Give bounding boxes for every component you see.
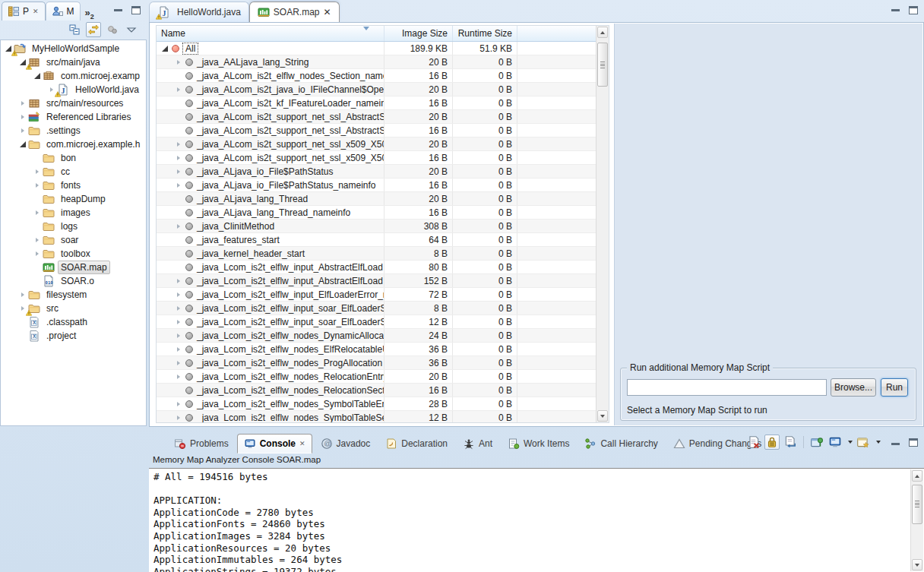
- tree-item-heapdump[interactable]: heapDump: [1, 192, 146, 206]
- table-row[interactable]: _java_kernel_header_start8 B0 B: [157, 247, 596, 261]
- minimize-icon[interactable]: [891, 8, 900, 11]
- tree-item-myhelloworldsample[interactable]: MyHelloWorldSample: [1, 42, 146, 55]
- column-header-image-size[interactable]: Image Size: [384, 26, 453, 41]
- tree-item-soar[interactable]: soar: [1, 233, 146, 247]
- table-row[interactable]: _java_Lcom_is2t_elflw_input_soar_ElfLoad…: [157, 315, 596, 329]
- collapse-arrow-icon[interactable]: [33, 73, 42, 79]
- table-row[interactable]: _java_Lcom_is2t_elflw_nodes_DynamicAlloc…: [157, 329, 596, 343]
- console-tab-javadoc[interactable]: @Javadoc: [314, 434, 378, 453]
- console-tab-console[interactable]: Console✕: [237, 434, 312, 453]
- tree-item-src[interactable]: src: [1, 302, 146, 315]
- table-row[interactable]: _java_Lcom_is2t_elflw_input_AbstractElfL…: [157, 274, 596, 288]
- table-scrollbar[interactable]: [596, 26, 609, 422]
- collapse-arrow-icon[interactable]: [18, 141, 27, 147]
- table-row[interactable]: _java_ALcom_is2t_support_net_ssl_Abstrac…: [157, 110, 596, 124]
- collapse-arrow-icon[interactable]: [160, 46, 170, 52]
- tree-item-bon[interactable]: bon: [1, 151, 146, 165]
- pin-console-icon[interactable]: [809, 435, 824, 450]
- expand-arrow-icon[interactable]: [33, 183, 42, 188]
- expand-arrow-icon[interactable]: [173, 142, 184, 147]
- expand-arrow-icon[interactable]: [18, 128, 27, 133]
- console-tab-problems[interactable]: Problems: [167, 434, 236, 453]
- table-row[interactable]: _java_ALcom_is2t_elflw_nodes_Section_nam…: [157, 69, 596, 83]
- sort-indicator-icon[interactable]: [363, 27, 369, 30]
- table-row[interactable]: _java_Lcom_is2t_elflw_nodes_ElfRelocatab…: [157, 343, 596, 356]
- table-row[interactable]: _java_ALjava_lang_Thread20 B0 B: [157, 192, 596, 206]
- table-row[interactable]: _java_Lcom_is2t_elflw_nodes_SymbolTableS…: [157, 411, 596, 422]
- tree-item-referenced-libraries[interactable]: Referenced Libraries: [1, 110, 146, 124]
- minimize-icon[interactable]: [114, 8, 122, 11]
- scroll-down-icon[interactable]: [912, 559, 922, 570]
- expand-arrow-icon[interactable]: [173, 156, 184, 160]
- expand-arrow-icon[interactable]: [173, 60, 184, 65]
- table-row[interactable]: _java_Lcom_is2t_elflw_nodes_RelocationEn…: [157, 370, 596, 384]
- table-row[interactable]: _java_ALjava_io_File$PathStatus_nameinfo…: [157, 179, 596, 192]
- expand-arrow-icon[interactable]: [173, 183, 184, 188]
- expand-arrow-icon[interactable]: [173, 320, 184, 324]
- show-on-output-icon[interactable]: [783, 435, 798, 450]
- tree-item-com-microej-examp[interactable]: com.microej.examp: [1, 69, 146, 83]
- chevron-down-icon[interactable]: [848, 441, 853, 444]
- browse-button[interactable]: Browse...: [831, 378, 876, 397]
- script-path-input[interactable]: [627, 379, 827, 396]
- close-console-icon[interactable]: ✕: [299, 440, 305, 447]
- clear-console-icon[interactable]: [746, 435, 761, 450]
- tree-item-com-microej-example-h[interactable]: com.microej.example.h: [1, 137, 146, 151]
- console-tab-work-items[interactable]: Work Items: [501, 434, 576, 453]
- expand-arrow-icon[interactable]: [173, 347, 184, 352]
- expand-arrow-icon[interactable]: [18, 115, 27, 119]
- table-row[interactable]: _java_Lcom_is2t_elflw_input_AbstractElfL…: [157, 261, 596, 274]
- scrollbar-thumb[interactable]: [597, 43, 608, 87]
- scroll-up-icon[interactable]: [597, 27, 608, 38]
- expand-arrow-icon[interactable]: [173, 87, 184, 92]
- expand-arrow-icon[interactable]: [173, 169, 184, 174]
- display-console-icon[interactable]: [827, 435, 843, 450]
- open-console-icon[interactable]: [856, 435, 871, 450]
- table-row[interactable]: _java_features_start64 B0 B: [157, 233, 596, 247]
- tree-item-src-main-java[interactable]: src/main/java: [1, 55, 146, 69]
- minimize-icon[interactable]: [891, 441, 900, 445]
- table-row[interactable]: _java_Lcom_is2t_elflw_nodes_SymbolTableE…: [157, 397, 596, 411]
- tree-item-toolbox[interactable]: toolbox: [1, 247, 146, 261]
- run-button[interactable]: Run: [881, 378, 908, 397]
- table-row[interactable]: _java_ALcom_is2t_support_net_ssl_x509_X5…: [157, 137, 596, 151]
- scroll-lock-icon[interactable]: [764, 435, 780, 450]
- scroll-down-icon[interactable]: [597, 410, 608, 422]
- console-tab-ant[interactable]: Ant: [456, 434, 499, 453]
- maximize-icon[interactable]: [909, 6, 918, 14]
- tree-item--settings[interactable]: .settings: [1, 124, 146, 137]
- expand-arrow-icon[interactable]: [173, 416, 184, 420]
- table-row[interactable]: All189.9 KB51.9 KB: [157, 42, 596, 55]
- expand-arrow-icon[interactable]: [33, 251, 42, 256]
- collapse-all-icon[interactable]: [67, 22, 82, 37]
- tree-item--project[interactable]: X.project: [1, 329, 146, 343]
- expand-arrow-icon[interactable]: [173, 224, 184, 229]
- tree-item-fonts[interactable]: fonts: [1, 179, 146, 192]
- table-row[interactable]: _java_ALcom_is2t_java_io_IFileChannel$Op…: [157, 83, 596, 96]
- expand-arrow-icon[interactable]: [173, 402, 184, 406]
- table-row[interactable]: _java_ClinitMethod308 B0 B: [157, 220, 596, 233]
- table-row[interactable]: _java_AALjava_lang_String20 B0 B: [157, 55, 596, 69]
- tree-item-src-main-resources[interactable]: src/main/resources: [1, 96, 146, 110]
- table-row[interactable]: _java_ALcom_is2t_support_net_ssl_x509_X5…: [157, 151, 596, 165]
- expand-arrow-icon[interactable]: [18, 292, 27, 297]
- editor-tab-helloworld[interactable]: J HelloWorld.java: [149, 2, 249, 22]
- expand-arrow-icon[interactable]: [173, 279, 184, 283]
- expand-arrow-icon[interactable]: [173, 361, 184, 365]
- tree-item-images[interactable]: images: [1, 206, 146, 220]
- console-tab-call-hierarchy[interactable]: Call Hierarchy: [578, 434, 664, 453]
- table-row[interactable]: _java_Lcom_is2t_elflw_input_ElfLoaderErr…: [157, 288, 596, 302]
- column-header-name[interactable]: Name: [157, 26, 384, 41]
- column-header-runtime-size[interactable]: Runtime Size: [453, 26, 517, 41]
- link-with-editor-icon[interactable]: [86, 22, 101, 37]
- scrollbar-thumb[interactable]: [912, 485, 922, 524]
- expand-arrow-icon[interactable]: [173, 374, 184, 379]
- expand-arrow-icon[interactable]: [33, 238, 42, 242]
- expand-arrow-icon[interactable]: [33, 169, 42, 174]
- close-editor-icon[interactable]: ✕: [324, 7, 331, 17]
- table-row[interactable]: _java_ALjava_lang_Thread_nameinfo16 B0 B: [157, 206, 596, 220]
- view-menu-icon[interactable]: [124, 22, 139, 37]
- table-row[interactable]: _java_ALcom_is2t_support_net_ssl_Abstrac…: [157, 124, 596, 137]
- table-row[interactable]: _java_ALcom_is2t_kf_IFeatureLoader_namei…: [157, 96, 596, 110]
- maximize-icon[interactable]: [909, 438, 918, 447]
